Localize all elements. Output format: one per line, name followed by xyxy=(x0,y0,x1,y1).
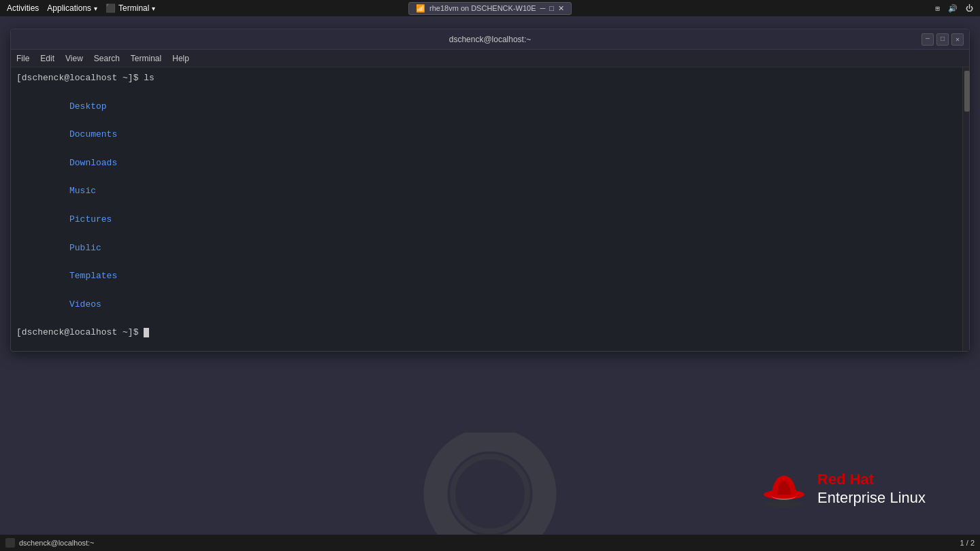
maximize-button[interactable]: □ xyxy=(936,33,949,46)
desktop: Activities Applications ⬛ Terminal 📶 rhe… xyxy=(0,0,980,551)
dir-public: Public xyxy=(69,243,101,253)
redhat-brand-line2: Enterprise Linux xyxy=(817,489,926,507)
terminal-controls: ─ □ ✕ xyxy=(921,33,964,46)
taskbar-terminal-icon xyxy=(5,538,15,548)
menu-view[interactable]: View xyxy=(65,54,83,63)
applications-chevron-icon xyxy=(94,3,97,13)
menu-search[interactable]: Search xyxy=(94,54,120,63)
redhat-logo-icon xyxy=(762,470,806,507)
top-bar-left: Activities Applications ⬛ Terminal xyxy=(7,3,155,13)
taskbar-terminal-label: dschenck@localhost:~ xyxy=(19,539,95,547)
terminal-chevron-icon xyxy=(152,3,155,13)
tab-minimize-icon[interactable]: ─ xyxy=(540,4,546,12)
red-text: Red Hat xyxy=(817,471,874,488)
svg-point-3 xyxy=(453,456,527,531)
terminal-scrollbar[interactable] xyxy=(962,67,969,351)
terminal-tab[interactable]: 📶 rhe18vm on DSCHENCK-W10E ─ □ ✕ xyxy=(408,2,572,15)
terminal-menu[interactable]: ⬛ Terminal xyxy=(105,3,155,13)
terminal-title: dschenck@localhost:~ xyxy=(449,35,532,44)
terminal-titlebar: dschenck@localhost:~ ─ □ ✕ xyxy=(11,29,969,50)
menu-help[interactable]: Help xyxy=(172,54,189,63)
grid-icon[interactable]: ⊞ xyxy=(935,4,940,13)
applications-menu[interactable]: Applications xyxy=(47,3,97,13)
volume-icon[interactable]: 🔊 xyxy=(948,4,958,13)
rhel-ring-decoration xyxy=(415,433,565,551)
redhat-brand-line1: Red Hat xyxy=(817,471,926,488)
terminal-app-label: Terminal xyxy=(118,3,149,13)
dir-spacer-5 xyxy=(69,229,85,239)
dir-spacer-4 xyxy=(69,200,85,210)
top-system-bar: Activities Applications ⬛ Terminal 📶 rhe… xyxy=(0,0,980,16)
terminal-line-2: Desktop Documents Downloads Music Pictur… xyxy=(16,86,964,327)
menu-file[interactable]: File xyxy=(16,54,29,63)
dir-spacer-6 xyxy=(69,256,85,267)
applications-label: Applications xyxy=(47,3,91,13)
desktop-content: dschenck@localhost:~ ─ □ ✕ File Edit Vie… xyxy=(0,16,980,535)
terminal-line-3: [dschenck@localhost ~]$ xyxy=(16,326,964,340)
menu-edit[interactable]: Edit xyxy=(40,54,54,63)
redhat-branding: Red Hat Enterprise Linux xyxy=(762,470,926,507)
dir-spacer-1 xyxy=(69,115,85,125)
term-icon: ⬛ xyxy=(105,3,116,13)
dir-desktop: Desktop xyxy=(69,101,107,112)
power-icon[interactable]: ⏻ xyxy=(966,4,973,13)
top-bar-right: ⊞ 🔊 ⏻ xyxy=(935,4,973,13)
top-bar-center: 📶 rhe18vm on DSCHENCK-W10E ─ □ ✕ xyxy=(408,2,572,15)
dir-pictures: Pictures xyxy=(69,214,112,224)
taskbar-terminal-item[interactable]: dschenck@localhost:~ xyxy=(5,538,95,548)
tab-title-text: rhe18vm on DSCHENCK-W10E xyxy=(429,4,536,12)
tab-close-icon[interactable]: ✕ xyxy=(558,4,564,13)
dir-spacer-3 xyxy=(69,172,80,182)
tab-maximize-icon[interactable]: □ xyxy=(549,4,554,12)
dir-music: Music xyxy=(69,186,96,196)
terminal-line-1: [dschenck@localhost ~]$ ls xyxy=(16,71,964,86)
scrollbar-thumb[interactable] xyxy=(964,71,970,112)
dir-downloads: Downloads xyxy=(69,158,117,168)
terminal-body[interactable]: [dschenck@localhost ~]$ ls Desktop Docum… xyxy=(11,67,969,351)
terminal-menubar: File Edit View Search Terminal Help xyxy=(11,50,969,67)
bottom-taskbar: dschenck@localhost:~ 1 / 2 xyxy=(0,535,980,551)
signal-icon: 📶 xyxy=(416,4,425,13)
terminal-window: dschenck@localhost:~ ─ □ ✕ File Edit Vie… xyxy=(10,29,970,352)
svg-point-0 xyxy=(765,501,803,507)
redhat-text-block: Red Hat Enterprise Linux xyxy=(817,471,926,507)
workspace-pager[interactable]: 1 / 2 xyxy=(960,539,975,547)
close-button[interactable]: ✕ xyxy=(951,33,964,46)
terminal-cursor xyxy=(144,328,149,337)
menu-terminal[interactable]: Terminal xyxy=(131,54,161,63)
activities-button[interactable]: Activities xyxy=(7,3,39,13)
minimize-button[interactable]: ─ xyxy=(921,33,934,46)
dir-spacer-7 xyxy=(69,285,80,295)
dir-documents: Documents xyxy=(69,129,117,139)
dir-spacer-2 xyxy=(69,144,80,154)
dir-templates: Templates xyxy=(69,271,117,281)
dir-videos: Videos xyxy=(69,299,101,310)
